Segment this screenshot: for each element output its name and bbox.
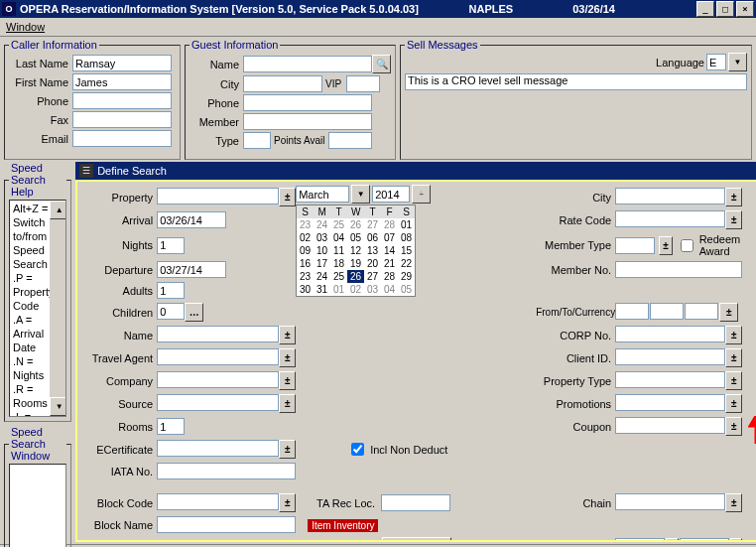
incl-non-deduct-checkbox[interactable]	[351, 443, 364, 456]
calendar-widget[interactable]: ▼ ÷ SMTWTFS23242526272801020304050607080…	[296, 185, 431, 297]
from-input[interactable]	[615, 303, 649, 320]
guest-phone-input[interactable]	[243, 94, 372, 111]
calendar-day[interactable]: 04	[330, 231, 347, 244]
calendar-day[interactable]: 03	[314, 231, 330, 244]
currency-input[interactable]	[685, 303, 718, 320]
children-lookup-icon[interactable]: …	[185, 303, 203, 322]
source-input[interactable]	[157, 394, 279, 411]
guest-city-input[interactable]	[243, 75, 322, 92]
redeem-award-checkbox[interactable]	[681, 239, 693, 252]
calendar-day[interactable]: 11	[330, 244, 347, 257]
caller-lastname-input[interactable]	[72, 55, 172, 71]
calendar-day[interactable]: 22	[398, 257, 415, 270]
calendar-day[interactable]: 03	[364, 283, 381, 296]
calendar-day[interactable]: 09	[297, 244, 314, 257]
calendar-day[interactable]: 02	[297, 231, 314, 244]
to-input[interactable]	[650, 303, 684, 320]
departure-input[interactable]	[157, 261, 226, 278]
property-input[interactable]	[157, 188, 279, 205]
currency-lookup-icon[interactable]: ±	[719, 303, 738, 322]
travelagent-lookup-icon[interactable]: ±	[279, 348, 296, 367]
corpno-lookup-icon[interactable]: ±	[725, 326, 742, 344]
calendar-day[interactable]: 01	[330, 283, 347, 296]
calendar-day[interactable]: 18	[330, 257, 347, 270]
caller-firstname-input[interactable]	[72, 73, 172, 90]
calendar-day[interactable]: 01	[398, 218, 415, 231]
guest-type-input[interactable]	[243, 132, 271, 149]
adults-input[interactable]	[157, 282, 185, 299]
calendar-day[interactable]: 29	[398, 270, 415, 283]
calendar-day[interactable]: 27	[364, 218, 381, 231]
calendar-day[interactable]: 25	[330, 218, 347, 231]
maximize-icon[interactable]: □	[716, 1, 734, 17]
menu-window[interactable]: Window	[6, 21, 45, 33]
calendar-day[interactable]: 28	[381, 218, 398, 231]
guest-points-input[interactable]	[328, 132, 372, 149]
proptype-lookup-icon[interactable]: ±	[725, 371, 742, 390]
rmclass-input[interactable]	[615, 538, 665, 542]
minimize-icon[interactable]: _	[696, 1, 714, 17]
calendar-day[interactable]: 21	[381, 257, 398, 270]
calendar-day[interactable]: 24	[314, 270, 330, 283]
corpno-input[interactable]	[615, 326, 725, 342]
speed-search-window-body[interactable]	[9, 464, 66, 547]
caller-fax-input[interactable]	[72, 111, 172, 128]
company-lookup-icon[interactable]: ±	[279, 371, 296, 390]
calendar-day[interactable]: 04	[381, 283, 398, 296]
calendar-day[interactable]: 08	[398, 231, 415, 244]
company-input[interactable]	[157, 371, 279, 388]
clientid-input[interactable]	[615, 348, 725, 365]
proptype-input[interactable]	[615, 371, 725, 388]
clear-button[interactable]: Clear	[382, 537, 451, 542]
calendar-day[interactable]: 10	[314, 244, 330, 257]
memberno-input[interactable]	[615, 261, 742, 278]
calendar-day[interactable]: 19	[347, 257, 364, 270]
calendar-day[interactable]: 05	[398, 283, 415, 296]
ecert-input[interactable]	[157, 440, 279, 457]
membertype-lookup-icon[interactable]: ±	[659, 236, 673, 255]
name-lookup-icon[interactable]: ±	[279, 326, 296, 344]
iata-input[interactable]	[157, 463, 296, 479]
calendar-day[interactable]: 13	[364, 244, 381, 257]
calendar-day[interactable]: 30	[297, 283, 314, 296]
calendar-day[interactable]: 28	[381, 270, 398, 283]
ratecode-lookup-icon[interactable]: ±	[725, 210, 742, 229]
source-lookup-icon[interactable]: ±	[279, 394, 296, 413]
calendar-month-dropdown-icon[interactable]: ▼	[351, 185, 370, 204]
calendar-day[interactable]: 25	[330, 270, 347, 283]
city-input[interactable]	[615, 188, 725, 205]
calendar-day[interactable]: 31	[314, 283, 330, 296]
nights-input[interactable]	[157, 237, 185, 254]
calendar-day[interactable]: 16	[297, 257, 314, 270]
city-lookup-icon[interactable]: ±	[725, 188, 742, 206]
language-dropdown-icon[interactable]: ▼	[728, 53, 747, 71]
blockname-input[interactable]	[157, 516, 296, 533]
blockcode-input[interactable]	[157, 493, 279, 510]
calendar-day[interactable]: 26	[347, 270, 364, 283]
caller-email-input[interactable]	[72, 130, 172, 147]
calendar-day[interactable]: 23	[297, 270, 314, 283]
children-input[interactable]	[157, 303, 185, 320]
rmtype-lookup-icon[interactable]: ±	[730, 538, 743, 542]
calendar-day[interactable]: 12	[347, 244, 364, 257]
calendar-day[interactable]: 05	[347, 231, 364, 244]
calendar-day[interactable]: 24	[314, 218, 330, 231]
rmtype-input[interactable]	[680, 538, 729, 542]
calendar-day[interactable]: 23	[297, 218, 314, 231]
tarecloc-input[interactable]	[381, 494, 450, 511]
rmclass-lookup-icon[interactable]: ±	[666, 538, 679, 542]
calendar-day[interactable]: 06	[364, 231, 381, 244]
calendar-day[interactable]: 07	[381, 231, 398, 244]
language-input[interactable]	[706, 54, 726, 70]
calendar-year-up-icon[interactable]: ÷	[412, 185, 431, 204]
calendar-day[interactable]: 27	[364, 270, 381, 283]
calendar-day[interactable]: 15	[398, 244, 415, 257]
guest-member-input[interactable]	[243, 113, 372, 130]
promotions-input[interactable]	[615, 394, 725, 411]
scroll-up-icon[interactable]: ▲	[50, 201, 66, 219]
calendar-day[interactable]: 17	[314, 257, 330, 270]
scroll-down-icon[interactable]: ▼	[50, 397, 66, 416]
chain-input[interactable]	[615, 493, 725, 510]
chain-lookup-icon[interactable]: ±	[725, 493, 742, 512]
calendar-day[interactable]: 26	[347, 218, 364, 231]
